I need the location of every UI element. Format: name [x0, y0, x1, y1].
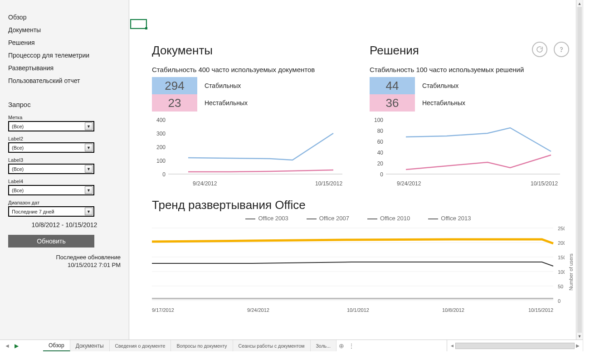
nav-userreport[interactable]: Пользовательский отчет	[8, 74, 121, 87]
svg-text:60: 60	[377, 139, 384, 145]
trend-yaxis-label: Number of users	[568, 253, 574, 290]
filter-label-4: Label4	[8, 179, 121, 184]
help-icon[interactable]	[554, 42, 569, 57]
docs-stable-label: Стабильных	[197, 77, 248, 94]
tab-documents[interactable]: Документы	[70, 340, 110, 351]
svg-text:9/24/2012: 9/24/2012	[193, 180, 217, 187]
nav-overview[interactable]: Обзор	[8, 11, 121, 24]
filter-select-daterange[interactable]: Последние 7 дней▼	[8, 206, 94, 217]
sol-unstable-count: 36	[370, 94, 415, 112]
reload-icon[interactable]	[532, 42, 547, 57]
trend-section: Тренд развертывания Office Office 2003 O…	[129, 194, 583, 320]
svg-text:400: 400	[156, 117, 166, 123]
sol-stable-label: Стабильных	[415, 77, 465, 94]
last-update-label: Последнее обновление	[56, 254, 121, 261]
filter-value-daterange: Последние 7 дней	[12, 209, 54, 214]
chevron-down-icon: ▼	[85, 165, 93, 173]
sheet-next-icon[interactable]: ▶	[15, 343, 19, 349]
documents-subtitle: Стабильность 400 часто используемых доку…	[152, 66, 347, 73]
docs-stable-count: 294	[152, 77, 197, 94]
svg-text:0: 0	[558, 298, 561, 304]
filter-label-daterange: Диапазон дат	[8, 200, 121, 205]
legend-office2010: Office 2010	[367, 215, 410, 222]
sheet-prev-icon[interactable]: ◄	[5, 343, 10, 349]
filter-label-1: Метка	[8, 115, 121, 120]
svg-point-0	[561, 51, 561, 52]
tab-overview[interactable]: Обзор	[43, 340, 70, 351]
solutions-panel: Решения Стабильность 100 часто используе…	[370, 44, 565, 194]
solutions-subtitle: Стабильность 100 часто используемых реше…	[370, 66, 565, 73]
sheet-menu-icon[interactable]: ⋮	[346, 340, 356, 351]
hscroll-right-icon[interactable]: ▶	[575, 343, 581, 348]
nav-list: Обзор Документы Решения Процессор для те…	[8, 11, 121, 87]
chevron-down-icon: ▼	[85, 186, 93, 194]
sidebar: Обзор Документы Решения Процессор для те…	[0, 0, 129, 351]
trend-title: Тренд развертывания Office	[152, 198, 565, 212]
add-sheet-icon[interactable]: ⊕	[336, 340, 346, 351]
horizontal-scrollbar[interactable]: ◄ ▶	[447, 340, 583, 351]
filter-value-3: (Все)	[12, 166, 24, 172]
trend-legend: Office 2003 Office 2007 Office 2010 Offi…	[152, 215, 565, 222]
documents-chart: 400 300 200 100 0 9/24/2012 10/15/2012	[152, 115, 347, 194]
svg-text:40: 40	[377, 150, 384, 156]
nav-documents[interactable]: Документы	[8, 24, 121, 36]
nav-deployments[interactable]: Развертывания	[8, 62, 121, 74]
tab-docquestions[interactable]: Вопросы по документу	[171, 340, 233, 351]
legend-office2013: Office 2013	[428, 215, 471, 222]
sol-unstable-label: Нестабильных	[415, 94, 465, 112]
sheet-tab-bar: ◄ ▶ Обзор Документы Сведения о документе…	[0, 340, 583, 351]
vscroll-track[interactable]	[576, 7, 583, 333]
legend-office2003: Office 2003	[245, 215, 288, 222]
documents-title: Документы	[152, 44, 347, 58]
filter-select-1[interactable]: (Все)▼	[8, 121, 94, 131]
sheet-nav-buttons[interactable]: ◄ ▶	[0, 340, 43, 351]
nav-telemetry[interactable]: Процессор для телеметрии	[8, 49, 121, 62]
hscroll-track[interactable]	[455, 343, 575, 349]
svg-text:10/1/2012: 10/1/2012	[347, 307, 369, 313]
svg-text:100: 100	[558, 269, 565, 275]
svg-text:9/17/2012: 9/17/2012	[152, 307, 174, 313]
svg-text:9/24/2012: 9/24/2012	[247, 307, 269, 313]
date-range-display: 10/8/2012 - 10/15/2012	[8, 221, 121, 228]
svg-text:20: 20	[377, 160, 384, 167]
hscroll-thumb[interactable]	[456, 343, 574, 349]
last-update-value: 10/15/2012 7:01 PM	[68, 262, 121, 268]
vertical-scrollbar[interactable]: ▲ ▼	[576, 0, 583, 340]
last-update: Последнее обновление 10/15/2012 7:01 PM	[8, 254, 121, 269]
svg-text:150: 150	[558, 255, 565, 260]
main-area: Документы Стабильность 400 часто использ…	[129, 0, 583, 351]
filter-select-2[interactable]: (Все)▼	[8, 142, 94, 153]
svg-text:9/24/2012: 9/24/2012	[397, 180, 421, 187]
vscroll-thumb[interactable]	[577, 7, 582, 333]
filter-select-3[interactable]: (Все)▼	[8, 164, 94, 174]
cell-selection[interactable]	[130, 19, 147, 29]
filter-value-2: (Все)	[12, 145, 24, 150]
svg-text:200: 200	[558, 240, 565, 246]
svg-text:100: 100	[374, 117, 383, 123]
filter-label-3: Label3	[8, 157, 121, 163]
scroll-up-icon[interactable]: ▲	[576, 0, 583, 7]
svg-text:80: 80	[377, 128, 384, 134]
svg-text:300: 300	[156, 131, 166, 137]
nav-solutions[interactable]: Решения	[8, 36, 121, 49]
scroll-down-icon[interactable]: ▼	[576, 333, 583, 340]
solutions-chart: 100 80 60 40 20 0 9/24/2012 10/15/2012	[370, 115, 565, 194]
svg-text:0: 0	[380, 171, 383, 178]
tab-more[interactable]: Золь...	[311, 340, 336, 351]
svg-text:10/15/2012: 10/15/2012	[531, 180, 558, 187]
svg-text:10/8/2012: 10/8/2012	[442, 307, 464, 313]
hscroll-left-icon[interactable]: ◄	[449, 343, 455, 348]
svg-text:100: 100	[156, 158, 166, 164]
tab-docsessions[interactable]: Сеансы работы с документом	[233, 340, 311, 351]
svg-text:10/15/2012: 10/15/2012	[315, 180, 342, 187]
svg-text:250: 250	[558, 226, 565, 231]
svg-text:50: 50	[558, 284, 563, 289]
query-heading: Запрос	[8, 101, 121, 108]
refresh-button[interactable]: Обновить	[8, 235, 94, 248]
legend-office2007: Office 2007	[307, 215, 349, 222]
sol-stable-count: 44	[370, 77, 415, 94]
filter-label-2: Label2	[8, 136, 121, 141]
chevron-down-icon: ▼	[85, 208, 93, 215]
filter-select-4[interactable]: (Все)▼	[8, 185, 94, 195]
tab-docinfo[interactable]: Сведения о документе	[110, 340, 171, 351]
